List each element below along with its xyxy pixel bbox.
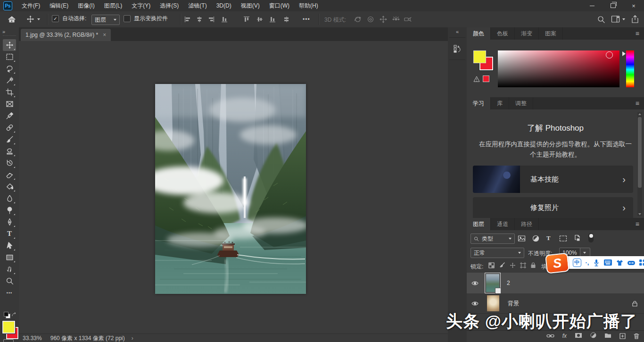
history-brush-tool[interactable]: [3, 157, 16, 169]
panel-menu-icon[interactable]: ≡: [631, 27, 644, 40]
ime-language-toggle[interactable]: 中: [573, 259, 581, 267]
tab-patterns[interactable]: 图案: [539, 27, 563, 40]
panel-menu-icon[interactable]: ≡: [631, 218, 644, 230]
align-top-edges-icon[interactable]: [243, 16, 250, 23]
show-transform-checkbox[interactable]: [124, 15, 131, 22]
lock-artboard-icon[interactable]: [520, 262, 526, 268]
ime-voice-icon[interactable]: [593, 259, 600, 267]
type-tool[interactable]: T: [3, 228, 16, 240]
status-chevron-icon[interactable]: ›: [132, 335, 133, 342]
layer-filter-dropdown[interactable]: 类型: [471, 234, 515, 244]
blur-tool[interactable]: [3, 192, 16, 204]
tab-learn[interactable]: 学习: [467, 97, 491, 109]
lock-transparency-icon[interactable]: [488, 262, 495, 268]
menu-window[interactable]: 窗口(W): [264, 0, 294, 11]
lock-position-icon[interactable]: [510, 262, 516, 268]
hue-slider-pointer[interactable]: [622, 51, 626, 56]
foreground-color-swatch[interactable]: [473, 50, 486, 63]
edit-toolbar-button[interactable]: •••: [3, 287, 16, 299]
menu-filter[interactable]: 滤镜(T): [183, 0, 211, 11]
share-icon[interactable]: [631, 15, 639, 24]
tab-color[interactable]: 颜色: [467, 27, 491, 40]
frame-tool[interactable]: [3, 98, 16, 110]
layer-row-2[interactable]: 2: [467, 273, 644, 294]
tab-adjustments[interactable]: 调整: [509, 97, 533, 109]
auto-select-checkbox[interactable]: ✓: [52, 15, 59, 22]
canvas-image[interactable]: [155, 84, 306, 294]
layer-style-button[interactable]: fx: [562, 333, 567, 339]
link-layers-button[interactable]: [546, 333, 554, 339]
tab-paths[interactable]: 路径: [515, 218, 539, 230]
gamut-warning[interactable]: [473, 75, 489, 82]
pen-tool[interactable]: [3, 216, 16, 228]
rectangle-tool[interactable]: [3, 251, 16, 263]
more-align-options-button[interactable]: •••: [303, 16, 310, 23]
align-vertical-centers-icon[interactable]: [256, 16, 264, 23]
distribute-vertical-icon[interactable]: [283, 16, 290, 23]
close-tab-icon[interactable]: ×: [103, 32, 106, 38]
history-panel-button[interactable]: [449, 37, 465, 60]
lock-all-icon[interactable]: [530, 262, 536, 268]
lock-image-icon[interactable]: [499, 262, 505, 268]
tab-channels[interactable]: 通道: [491, 218, 515, 230]
move-tool[interactable]: [3, 39, 16, 51]
eyedropper-tool[interactable]: [3, 110, 16, 122]
layer-filter-toggle[interactable]: [588, 233, 594, 242]
layer-thumbnail[interactable]: [487, 295, 499, 311]
panel-menu-icon[interactable]: ≡: [631, 97, 644, 109]
ime-punctuation-toggle[interactable]: ·,: [586, 259, 589, 266]
filter-type-layers-icon[interactable]: T: [546, 234, 551, 242]
document-tab[interactable]: 1.jpg @ 33.3% (2, RGB/8#) * ×: [21, 29, 111, 41]
align-bottom-edges-icon[interactable]: [269, 16, 276, 23]
ime-smart-input-icon[interactable]: [627, 260, 635, 266]
align-left-edges-icon[interactable]: [184, 16, 191, 23]
layer-name[interactable]: 背景: [508, 300, 519, 308]
menu-layer[interactable]: 图层(L): [99, 0, 127, 11]
new-adjustment-layer-button[interactable]: [590, 332, 596, 340]
menu-file[interactable]: 文件(F): [17, 0, 45, 11]
scrollbar-thumb[interactable]: [638, 117, 642, 188]
zoom-level-field[interactable]: 33.33%: [23, 335, 42, 342]
scroll-up-arrow[interactable]: [638, 113, 641, 115]
spot-healing-brush-tool[interactable]: [3, 122, 16, 133]
auto-select-target-dropdown[interactable]: 图层: [91, 15, 120, 25]
sogou-logo[interactable]: S: [545, 253, 570, 274]
hand-tool[interactable]: [3, 263, 16, 275]
close-button[interactable]: ×: [623, 0, 644, 11]
tab-layers[interactable]: 图层: [467, 218, 491, 230]
ime-toolbox-icon[interactable]: [639, 259, 644, 266]
path-selection-tool[interactable]: [3, 240, 16, 251]
canvas-area[interactable]: [19, 41, 448, 334]
menu-edit[interactable]: 编辑(E): [45, 0, 73, 11]
clone-stamp-tool[interactable]: [3, 145, 16, 157]
tab-gradients[interactable]: 渐变: [515, 27, 539, 40]
gradient-tool[interactable]: [3, 181, 16, 192]
foreground-color-swatch[interactable]: [2, 321, 15, 334]
learn-card-repair-photos[interactable]: 修复照片 ›: [473, 197, 633, 218]
ime-skin-icon[interactable]: [616, 259, 623, 266]
filter-shape-layers-icon[interactable]: [559, 235, 567, 242]
home-icon[interactable]: [7, 15, 17, 24]
new-group-button[interactable]: [604, 333, 611, 340]
filter-adjustment-layers-icon[interactable]: [532, 235, 539, 242]
search-icon[interactable]: [597, 15, 605, 24]
color-field-cursor[interactable]: [606, 51, 613, 58]
move-tool-preset[interactable]: [26, 15, 40, 23]
learn-card-basic-skills[interactable]: 基本技能 ›: [473, 166, 633, 193]
dodge-tool[interactable]: [3, 204, 16, 216]
scroll-down-arrow[interactable]: [638, 213, 641, 215]
rectangular-marquee-tool[interactable]: [3, 51, 16, 63]
learn-scrollbar[interactable]: [637, 112, 642, 216]
align-right-edges-icon[interactable]: [207, 16, 215, 23]
brush-tool[interactable]: [3, 133, 16, 145]
menu-select[interactable]: 选择(S): [155, 0, 183, 11]
menu-help[interactable]: 帮助(H): [294, 0, 323, 11]
workspace-switcher[interactable]: [611, 15, 625, 23]
quick-mask-button[interactable]: [3, 339, 14, 342]
menu-type[interactable]: 文字(Y): [127, 0, 155, 11]
collapse-dock-button[interactable]: «: [448, 27, 467, 34]
ime-keyboard-icon[interactable]: [604, 259, 612, 266]
layer-thumbnail[interactable]: [486, 274, 499, 292]
object-selection-tool[interactable]: [3, 75, 16, 86]
new-layer-button[interactable]: [619, 333, 626, 339]
